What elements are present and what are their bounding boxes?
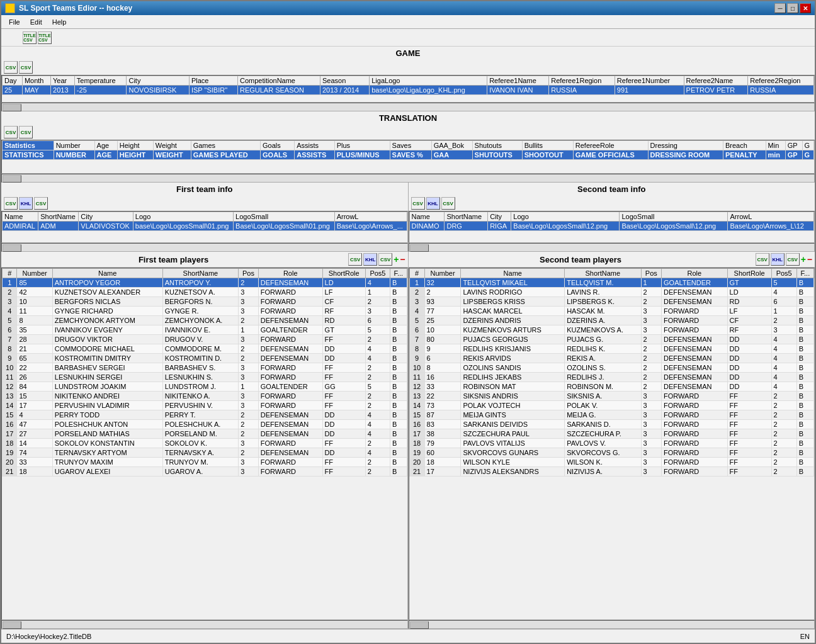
list-item[interactable]: 610KUZMENKOVS ARTURSKUZMENKOVS A.3FORWAR…: [409, 325, 814, 335]
ft-csv-2[interactable]: CSV: [34, 197, 48, 210]
list-item[interactable]: 393LIPSBERGS KRISSLIPSBERGS K.2DEFENSEMA…: [409, 297, 814, 307]
list-item[interactable]: 1233ROBINSON MATROBINSON M.2DEFENSEMANDD…: [409, 382, 814, 392]
sp-del-button[interactable]: −: [807, 254, 812, 264]
fp-del-button[interactable]: −: [400, 254, 405, 264]
list-item[interactable]: 965KOSTROMITIN DMITRYKOSTROMITIN D.2DEFE…: [3, 354, 407, 363]
list-item[interactable]: 1960SKVORCOVS GUNARSSKVORCOVS G.3FORWARD…: [409, 448, 814, 458]
game-csv-2[interactable]: CSV: [19, 61, 33, 74]
game-data-row[interactable]: 25 MAY 2013 -25 NOVOSIBIRSK ISP "SIBIR" …: [3, 86, 814, 95]
fp-khl[interactable]: KHL: [363, 253, 377, 266]
ft-csv-1[interactable]: CSV: [4, 197, 18, 210]
list-item[interactable]: 2033TRUNYOV MAXIMTRUNYOV M.3FORWARDFF2B: [3, 458, 407, 467]
second-team-table-container[interactable]: Name ShortName City Logo LogoSmall Arrow…: [409, 211, 815, 243]
second-team-toolbar: CSV KHL CSV: [409, 196, 815, 211]
first-team-table-container[interactable]: Name ShortName City Logo LogoSmall Arrow…: [1, 211, 408, 243]
maximize-button[interactable]: □: [787, 3, 798, 13]
list-item[interactable]: 1322SIKSNIS ANDRISSIKSNIS A.3FORWARDFF2B: [409, 392, 814, 401]
second-team-row[interactable]: DINAMO DRG RIGA Base\Logo\LogosSmall\12.…: [409, 222, 814, 231]
st-csv-2[interactable]: CSV: [441, 197, 455, 210]
list-item[interactable]: 1738SZCZECHURA PAULSZCZECHURA P.3FORWARD…: [409, 429, 814, 439]
sp-table-container[interactable]: # Number Name ShortName Pos Role ShortRo…: [409, 268, 815, 620]
list-item[interactable]: 411GYNGE RICHARDGYNGE R.3FORWARDRF3B: [3, 307, 407, 316]
col-year: Year: [51, 76, 75, 86]
sp-col-name: Name: [461, 269, 565, 278]
list-item[interactable]: 1974TERNAVSKY ARTYOMTERNAVSKY A.2DEFENSE…: [3, 448, 407, 458]
list-item[interactable]: 1417PERVUSHIN VLADIMIRPERVUSHIN V.3FORWA…: [3, 401, 407, 410]
list-item[interactable]: 1814SOKOLOV KONSTANTINSOKOLOV K.3FORWARD…: [3, 439, 407, 448]
list-item[interactable]: 310BERGFORS NICLASBERGFORS N.3FORWARDCF2…: [3, 297, 407, 307]
ft-khl[interactable]: KHL: [19, 197, 33, 210]
list-item[interactable]: 2018WILSON KYLEWILSON K.3FORWARDFF2B: [409, 458, 814, 467]
list-item[interactable]: 154PERRY TODDPERRY T.2DEFENSEMANDD4B: [3, 410, 407, 420]
st-scrollbar[interactable]: [409, 243, 815, 252]
ft-col-logo: Logo: [133, 212, 233, 222]
list-item[interactable]: 89REDLIHS KRISJANISREDLIHS K.2DEFENSEMAN…: [409, 344, 814, 354]
cell-ref1num: 991: [615, 86, 684, 95]
stats-scrollbar[interactable]: [1, 174, 815, 183]
list-item[interactable]: 1727PORSELAND MATHIASPORSELAND M.2DEFENS…: [3, 429, 407, 439]
st-khl[interactable]: KHL: [426, 197, 440, 210]
first-team-row[interactable]: ADMIRAL ADM VLADIVOSTOK base\Logo\LogosS…: [3, 222, 407, 231]
list-item[interactable]: 22LAVINS RODRIGOLAVINS R.2DEFENSEMANLD4B: [409, 288, 814, 297]
stats-number: Number: [54, 141, 94, 150]
list-item[interactable]: 108OZOLINS SANDISOZOLINS S.2DEFENSEMANDD…: [409, 363, 814, 373]
list-item[interactable]: 96REKIS ARVIDSREKIS A.2DEFENSEMANDD4B: [409, 354, 814, 363]
sp-csv-1[interactable]: CSV: [756, 253, 769, 266]
game-scrollbar[interactable]: [1, 103, 815, 111]
list-item[interactable]: 635IVANNIKOV EVGENYIVANNIKOV E.1GOALTEND…: [3, 325, 407, 335]
sp-khl[interactable]: KHL: [771, 253, 785, 266]
list-item[interactable]: 2118UGAROV ALEXEIUGAROV A.3FORWARDFF2B: [3, 467, 407, 477]
list-item[interactable]: 132TELLQVIST MIKAELTELLQVIST M.1GOALTEND…: [409, 278, 814, 288]
list-item[interactable]: 1126LESNUKHIN SERGEILESNUKHIN S.3FORWARD…: [3, 373, 407, 382]
sp-csv-2[interactable]: CSV: [786, 253, 800, 266]
fp-table-container[interactable]: # Number Name ShortName Pos Role ShortRo…: [1, 268, 408, 620]
list-item[interactable]: 185ANTROPOV YEGORANTROPOV Y.2DEFENSEMANL…: [3, 278, 407, 288]
list-item[interactable]: 1683SARKANIS DEIVIDSSARKANIS D.3FORWARDF…: [409, 420, 814, 429]
csv-icon-1[interactable]: TITLECSV: [23, 31, 37, 44]
fp-csv-2[interactable]: CSV: [378, 253, 392, 266]
menu-edit[interactable]: Edit: [25, 17, 47, 27]
st-shortname: DRG: [445, 222, 488, 231]
stats-goals: Goals: [261, 141, 295, 150]
game-csv-1[interactable]: CSV: [4, 61, 18, 74]
list-item[interactable]: 780PUJACS GEORGIJSPUJACS G.2DEFENSEMANDD…: [409, 335, 814, 344]
game-table-container[interactable]: Day Month Year Temperature City Place Co…: [1, 75, 815, 103]
list-item[interactable]: 58ZEMCHYONOK ARTYOMZEMCHYONOK A.2DEFENSE…: [3, 316, 407, 325]
stats-hdr-5: GAMES PLAYED: [191, 150, 260, 160]
list-item[interactable]: 1284LUNDSTROM JOAKIMLUNDSTROM J.1GOALTEN…: [3, 382, 407, 392]
minimize-button[interactable]: ─: [774, 3, 786, 13]
list-item[interactable]: 1022BARBASHEV SERGEIBARBASHEV S.3FORWARD…: [3, 363, 407, 373]
list-item[interactable]: 1473POLAK VOJTECHPOLAK V.3FORWARDFF2B: [409, 401, 814, 410]
list-item[interactable]: 1315NIKITENKO ANDREINIKITENKO A.3FORWARD…: [3, 392, 407, 401]
list-item[interactable]: 1587MEIJA GINTSMEIJA G.3FORWARDFF2B: [409, 410, 814, 420]
ft-scrollbar[interactable]: [1, 243, 408, 252]
st-csv-1[interactable]: CSV: [411, 197, 425, 210]
list-item[interactable]: 2117NIZIVIJS ALEKSANDRSNIZIVIJS A.3FORWA…: [409, 467, 814, 477]
menu-file[interactable]: File: [4, 17, 25, 27]
list-item[interactable]: 477HASCAK MARCELHASCAK M.3FORWARDLF1B: [409, 307, 814, 316]
close-button[interactable]: ✕: [800, 3, 811, 13]
menu-help[interactable]: Help: [47, 17, 72, 27]
stats-assists: Assists: [295, 141, 334, 150]
stats-table-container[interactable]: Statistics Number Age Height Weight Game…: [1, 140, 815, 174]
sp-add-button[interactable]: +: [801, 254, 806, 264]
list-item[interactable]: 525DZERINS ANDRISDZERINS A.3FORWARDCF2B: [409, 316, 814, 325]
trans-csv-1[interactable]: CSV: [4, 126, 18, 138]
fp-add-button[interactable]: +: [394, 254, 399, 264]
col-ref1name: Referee1Name: [487, 76, 549, 86]
csv-icon-2[interactable]: TITLECSV: [38, 31, 52, 44]
list-item[interactable]: 728DRUGOV VIKTORDRUGOV V.3FORWARDFF2B: [3, 335, 407, 344]
fp-scrollbar[interactable]: [1, 620, 408, 629]
sp-scrollbar[interactable]: [409, 620, 815, 629]
col-month: Month: [22, 76, 50, 86]
list-item[interactable]: 1879PAVLOVS VITALIJSPAVLOVS V.3FORWARDFF…: [409, 439, 814, 448]
list-item[interactable]: 1116REDLIHS JEKABSREDLIHS J.2DEFENSEMAND…: [409, 373, 814, 382]
fp-col-f: F...: [390, 269, 407, 278]
statistics-table: Statistics Number Age Height Weight Game…: [2, 140, 814, 160]
list-item[interactable]: 821COMMODORE MICHAELCOMMODORE M.2DEFENSE…: [3, 344, 407, 354]
fp-csv-1[interactable]: CSV: [348, 253, 362, 266]
stats-saves: Saves: [390, 141, 431, 150]
trans-csv-2[interactable]: CSV: [19, 126, 33, 138]
list-item[interactable]: 1647POLESHCHUK ANTONPOLESHCHUK A.2DEFENS…: [3, 420, 407, 429]
list-item[interactable]: 242KUZNETSOV ALEXANDERKUZNETSOV A.3FORWA…: [3, 288, 407, 297]
